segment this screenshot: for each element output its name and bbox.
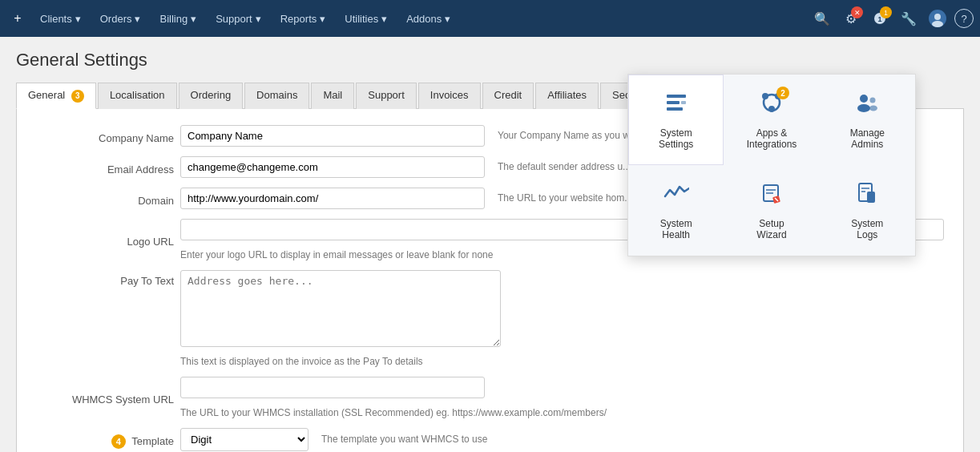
settings-dropdown-popup: SystemSettings 2 Apps &Integrations xyxy=(627,74,916,256)
search-icon[interactable]: 🔍 xyxy=(810,6,834,30)
company-name-label: Company Name xyxy=(36,127,180,144)
manage-admins-icon xyxy=(854,90,880,121)
tab-credit[interactable]: Credit xyxy=(482,83,534,109)
tab-support[interactable]: Support xyxy=(356,83,417,109)
tab-mail[interactable]: Mail xyxy=(311,83,354,109)
nav-support[interactable]: Support ▾ xyxy=(208,8,269,30)
logo-url-hint: Enter your logo URL to display in email … xyxy=(180,249,493,260)
pay-to-text-label: Pay To Text xyxy=(36,270,180,287)
email-address-input[interactable] xyxy=(180,156,485,178)
svg-point-10 xyxy=(762,93,768,99)
tab-invoices[interactable]: Invoices xyxy=(418,83,481,109)
domain-hint: The URL to your website hom... xyxy=(498,192,632,204)
popup-system-health-label: SystemHealth xyxy=(660,218,692,240)
add-button[interactable]: + xyxy=(6,7,29,30)
user-icon[interactable] xyxy=(926,6,950,30)
tab-affiliates[interactable]: Affiliates xyxy=(535,83,599,109)
svg-point-13 xyxy=(860,95,868,103)
popup-apps-integrations[interactable]: 2 Apps &Integrations xyxy=(724,75,819,165)
nav-billing[interactable]: Billing ▾ xyxy=(151,8,204,30)
popup-setup-wizard-label: SetupWizard xyxy=(756,218,786,240)
template-label: 4 Template xyxy=(36,430,180,449)
popup-system-logs[interactable]: SystemLogs xyxy=(820,165,915,256)
apps-badge: 2 xyxy=(776,87,789,99)
popup-system-settings-label: SystemSettings xyxy=(659,127,693,150)
pay-to-text-row: Pay To Text This text is displayed on th… xyxy=(36,270,944,367)
nav-reports[interactable]: Reports ▾ xyxy=(272,8,334,30)
svg-rect-8 xyxy=(681,101,686,104)
svg-rect-5 xyxy=(667,95,686,98)
svg-point-12 xyxy=(768,106,775,112)
popup-system-settings[interactable]: SystemSettings xyxy=(628,75,724,165)
svg-point-15 xyxy=(870,98,876,103)
nav-addons[interactable]: Addons ▾ xyxy=(398,8,458,30)
template-hint: The template you want WHMCS to use xyxy=(321,434,487,445)
nav-clients[interactable]: Clients ▾ xyxy=(32,8,89,30)
system-settings-icon xyxy=(663,90,689,121)
popup-system-logs-label: SystemLogs xyxy=(851,218,883,240)
svg-rect-23 xyxy=(867,192,875,203)
top-navigation: + Clients ▾ Orders ▾ Billing ▾ Support ▾… xyxy=(0,0,980,37)
domain-input[interactable] xyxy=(180,188,485,209)
notifications-badge: 1 xyxy=(880,6,892,18)
tab-domains[interactable]: Domains xyxy=(244,83,309,109)
whmcs-url-input[interactable] xyxy=(180,377,485,398)
setup-wizard-icon xyxy=(759,180,784,212)
svg-rect-6 xyxy=(667,101,680,104)
template-badge: 4 xyxy=(111,434,126,449)
popup-manage-admins-label: ManageAdmins xyxy=(850,127,885,150)
tab-localisation[interactable]: Localisation xyxy=(98,83,177,109)
nav-orders[interactable]: Orders ▾ xyxy=(92,8,149,30)
nav-utilities[interactable]: Utilities ▾ xyxy=(337,8,395,30)
tab-general[interactable]: General 3 xyxy=(16,83,96,109)
whmcs-url-row: WHMCS System URL The URL to your WHMCS i… xyxy=(36,377,944,418)
notifications-icon[interactable]: 1 1 xyxy=(868,6,892,30)
help-icon[interactable]: ? xyxy=(954,9,974,28)
popup-system-health[interactable]: SystemHealth xyxy=(628,165,724,256)
svg-point-16 xyxy=(869,106,877,111)
svg-point-3 xyxy=(934,14,941,20)
system-logs-icon xyxy=(854,180,880,212)
domain-label: Domain xyxy=(36,190,180,207)
template-row: 4 Template Digit Portal Six Twenty The t… xyxy=(36,428,944,451)
whmcs-url-hint: The URL to your WHMCS installation (SSL … xyxy=(180,407,607,418)
svg-point-14 xyxy=(857,104,870,112)
popup-setup-wizard[interactable]: SetupWizard xyxy=(724,165,819,256)
tab-general-badge: 3 xyxy=(71,90,84,103)
svg-rect-7 xyxy=(667,107,683,111)
settings-icon[interactable]: ⚙ ✕ xyxy=(839,6,863,30)
svg-point-4 xyxy=(932,21,943,27)
whmcs-url-label: WHMCS System URL xyxy=(36,389,180,406)
page-content: General Settings General 3 Localisation … xyxy=(0,37,980,452)
template-select[interactable]: Digit Portal Six Twenty xyxy=(180,428,309,451)
tab-ordering[interactable]: Ordering xyxy=(179,83,244,109)
pay-to-text-hint: This text is displayed on the invoice as… xyxy=(180,356,423,367)
popup-manage-admins[interactable]: ManageAdmins xyxy=(820,75,915,165)
wrench-icon[interactable]: 🔧 xyxy=(897,6,921,30)
email-address-label: Email Address xyxy=(36,159,180,176)
company-name-input[interactable] xyxy=(180,125,485,147)
logo-url-label: Logo URL xyxy=(36,231,180,248)
email-address-hint: The default sender address u... xyxy=(498,161,631,172)
settings-error-badge: ✕ xyxy=(851,6,863,18)
pay-to-text-textarea[interactable] xyxy=(180,270,501,347)
popup-apps-integrations-label: Apps &Integrations xyxy=(747,127,797,150)
page-title: General Settings xyxy=(16,50,964,71)
system-health-icon xyxy=(663,180,689,212)
